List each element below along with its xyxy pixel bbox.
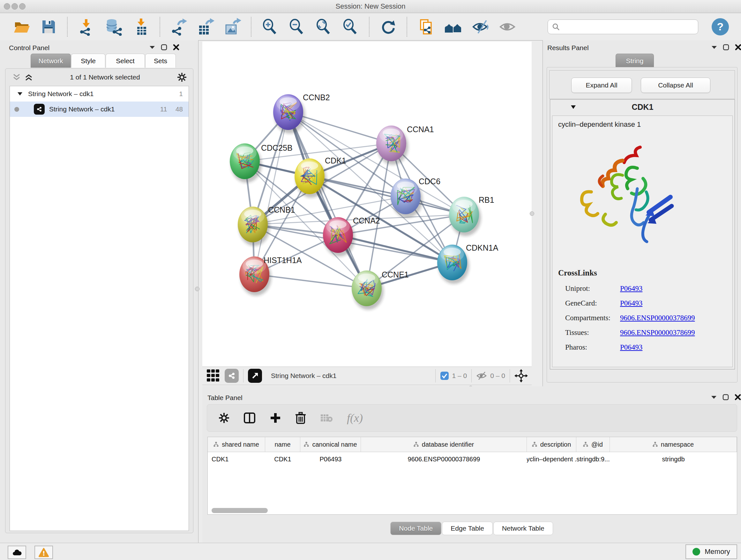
network-node[interactable]: CDK1 (294, 156, 346, 198)
hide-selected-icon[interactable] (472, 18, 489, 36)
function-builder-icon[interactable]: f(x) (347, 411, 363, 425)
network-node[interactable]: CDKN1A (437, 243, 498, 284)
right-splitter-handle[interactable] (530, 211, 534, 216)
crosslink-link[interactable]: 9606.ENSP00000378699 (620, 328, 695, 337)
column-header[interactable]: database identifier (361, 437, 527, 452)
column-header[interactable]: namespace (610, 437, 737, 452)
network-collection-row[interactable]: String Network – cdk1 1 (10, 86, 189, 102)
crosslink-link[interactable]: P06493 (620, 343, 643, 352)
warnings-button[interactable] (35, 546, 53, 559)
zoom-selected-icon[interactable] (341, 18, 359, 36)
collapse-all-networks-icon[interactable] (12, 73, 21, 81)
zoom-in-icon[interactable] (261, 18, 279, 36)
refresh-layout-icon[interactable] (379, 18, 397, 36)
expand-all-networks-icon[interactable] (24, 73, 33, 81)
network-edge[interactable] (254, 112, 288, 274)
network-node[interactable]: CCNB2 (273, 93, 330, 133)
cloud-status-button[interactable] (8, 546, 26, 559)
fit-selected-crosshair-icon[interactable] (515, 369, 528, 382)
tab-node-table[interactable]: Node Table (390, 522, 441, 535)
network-node[interactable]: CCNE1 (352, 270, 409, 310)
column-header[interactable]: @id (576, 437, 610, 452)
table-cell[interactable]: cyclin–dependent ... (527, 452, 576, 466)
birds-eye-view-icon[interactable] (248, 369, 262, 383)
left-splitter-handle[interactable] (195, 287, 199, 291)
tab-string[interactable]: String (616, 54, 654, 68)
tab-style[interactable]: Style (71, 54, 105, 68)
network-node[interactable]: CDC6 (391, 177, 441, 218)
close-panel-icon[interactable] (173, 44, 179, 51)
section-collapse-icon[interactable] (570, 105, 576, 109)
network-view-icon[interactable] (225, 369, 239, 383)
help-icon[interactable]: ? (712, 18, 729, 36)
tab-sets[interactable]: Sets (145, 54, 176, 68)
table-panel: Table Panel f(x) shared namenamecanonica… (202, 386, 741, 543)
import-database-icon[interactable] (104, 18, 123, 36)
table-cell[interactable]: CDK1 (265, 452, 300, 466)
show-all-icon[interactable] (498, 18, 516, 36)
tab-network[interactable]: Network (30, 54, 71, 68)
panel-menu-icon[interactable] (711, 395, 717, 399)
close-panel-icon[interactable] (735, 394, 741, 400)
float-panel-icon[interactable] (161, 44, 167, 51)
float-panel-icon[interactable] (723, 394, 729, 400)
tab-edge-table[interactable]: Edge Table (442, 522, 493, 535)
expand-all-button[interactable]: Expand All (571, 78, 632, 93)
import-table-icon[interactable] (132, 18, 150, 36)
delete-column-trash-icon[interactable] (295, 412, 306, 424)
hidden-eye-icon[interactable] (476, 371, 487, 381)
network-node[interactable]: CDC25B (230, 143, 293, 183)
table-cell[interactable]: stringdb (610, 452, 737, 466)
selected-checkbox-icon[interactable] (440, 371, 449, 380)
panel-menu-icon[interactable] (149, 45, 155, 50)
column-header[interactable]: name (265, 437, 300, 452)
network-node[interactable]: CCNA1 (376, 125, 434, 165)
table-cell[interactable]: 9606.ENSP00000378699 (361, 452, 527, 466)
column-header[interactable]: description (527, 437, 576, 452)
tab-network-table[interactable]: Network Table (493, 522, 553, 535)
table-row[interactable]: CDK1CDK1P064939606.ENSP00000378699cyclin… (208, 452, 737, 466)
import-network-icon[interactable] (77, 18, 95, 36)
table-cell[interactable]: stringdb:9... (576, 452, 610, 466)
save-session-icon[interactable] (40, 18, 57, 36)
grid-view-icon[interactable] (206, 369, 220, 383)
horizontal-scrollbar[interactable] (212, 508, 268, 513)
export-image-icon[interactable] (223, 18, 241, 36)
network-edge-count: 48 (176, 105, 183, 113)
network-row[interactable]: String Network – cdk1 11 48 (10, 102, 189, 117)
memory-button[interactable]: Memory (685, 544, 737, 559)
export-network-icon[interactable] (170, 18, 188, 36)
network-node[interactable]: HIST1H1A (239, 256, 302, 296)
search-input[interactable] (548, 19, 698, 34)
crosslink-label: Tissues: (565, 328, 620, 337)
panel-menu-icon[interactable] (711, 45, 717, 50)
close-panel-icon[interactable] (735, 44, 741, 51)
network-options-gear-icon[interactable] (177, 72, 187, 82)
tab-select[interactable]: Select (106, 54, 145, 68)
crosslink-link[interactable]: 9606.ENSP00000378699 (620, 314, 695, 322)
crosslink-link[interactable]: P06493 (620, 299, 643, 307)
node-section-header[interactable]: CDK1 (550, 100, 735, 114)
table-settings-gear-icon[interactable] (219, 413, 229, 423)
delete-table-icon[interactable] (320, 413, 333, 423)
clone-network-icon[interactable] (417, 18, 434, 36)
table-cell[interactable]: CDK1 (208, 452, 265, 466)
show-columns-icon[interactable] (244, 412, 256, 424)
export-table-icon[interactable] (197, 18, 214, 36)
crosslink-link[interactable]: P06493 (620, 285, 643, 293)
column-type-icon (213, 442, 219, 447)
open-session-icon[interactable] (13, 18, 30, 36)
collection-expand-icon[interactable] (17, 92, 22, 96)
network-view-canvas[interactable]: CCNB2CCNA1CDC25BCDK1CDC6RB1CCNB1CCNA2CDK… (202, 42, 532, 367)
column-header[interactable]: shared name (208, 437, 265, 452)
zoom-fit-icon[interactable] (315, 18, 333, 36)
zoom-out-icon[interactable] (288, 18, 306, 36)
collapse-all-button[interactable]: Collapse All (641, 78, 711, 93)
table-cell[interactable]: P06493 (300, 452, 361, 466)
first-neighbors-icon[interactable] (444, 18, 463, 36)
network-node[interactable]: RB1 (449, 195, 494, 236)
column-header[interactable]: canonical name (300, 437, 361, 452)
network-node[interactable]: CCNA2 (323, 216, 380, 256)
create-column-plus-icon[interactable] (270, 412, 281, 424)
float-panel-icon[interactable] (723, 44, 729, 51)
